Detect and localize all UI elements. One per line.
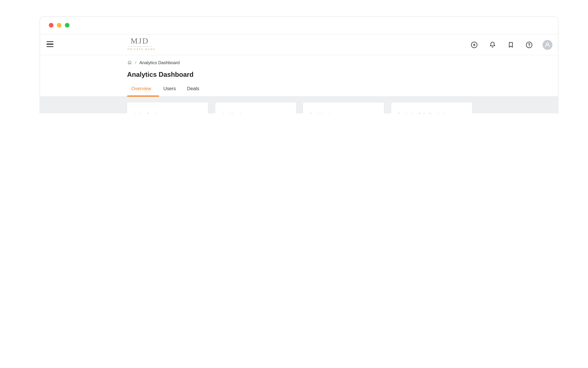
page-header: / Analytics Dashboard Analytics Dashboar… bbox=[40, 55, 558, 97]
logo-text: MJD bbox=[127, 36, 152, 47]
mjd-logo[interactable]: MJD PRIVATE BANK bbox=[127, 36, 152, 50]
stat-label: Deal Uptake bbox=[309, 112, 334, 113]
tab-overview[interactable]: Overview bbox=[131, 84, 151, 96]
maximize-window-button[interactable] bbox=[65, 23, 70, 28]
breadcrumb: / Analytics Dashboard bbox=[127, 60, 180, 65]
stat-card-active-deals[interactable]: Active Deals 15 Unseen Deals: 1 bbox=[127, 102, 208, 113]
help-icon[interactable] bbox=[524, 40, 534, 50]
breadcrumb-separator: / bbox=[135, 60, 136, 65]
breadcrumb-current: Analytics Dashboard bbox=[139, 60, 180, 65]
browser-window: MJD PRIVATE BANK bbox=[40, 17, 558, 113]
minimize-window-button[interactable] bbox=[57, 23, 61, 28]
tab-deals[interactable]: Deals bbox=[187, 84, 199, 96]
stat-card-deal-uptake[interactable]: Deal Uptake 0.53% Deals Funded: 0 bbox=[303, 102, 384, 113]
stat-label: Deals Not Fully Funded bbox=[398, 112, 444, 113]
avatar[interactable] bbox=[542, 40, 553, 50]
home-icon[interactable] bbox=[127, 60, 132, 65]
tab-bar: Overview Users Deals bbox=[40, 84, 558, 97]
tab-users[interactable]: Users bbox=[163, 84, 176, 96]
content-area: Active Deals 15 Unseen Deals: 1 Awaiting… bbox=[40, 97, 558, 113]
stat-label: Active Deals bbox=[134, 112, 158, 113]
stat-card-awaiting-approval[interactable]: Awaiting Approval 0 Current Draft Deals:… bbox=[215, 102, 296, 113]
screen: MJD PRIVATE BANK bbox=[0, 0, 588, 113]
bookmark-icon[interactable] bbox=[506, 40, 516, 50]
add-circle-icon[interactable] bbox=[469, 40, 479, 50]
menu-hamburger-icon[interactable] bbox=[47, 41, 53, 47]
page-title: Analytics Dashboard bbox=[127, 71, 193, 79]
stat-label: Awaiting Approval bbox=[222, 112, 257, 113]
active-tab-underline bbox=[127, 95, 159, 97]
stat-card-deals-not-fully-funded[interactable]: Deals Not Fully Funded 3 YTD Closed Deal… bbox=[391, 102, 472, 113]
top-navbar: MJD PRIVATE BANK bbox=[40, 34, 558, 55]
logo-subtext: PRIVATE BANK bbox=[127, 48, 152, 51]
bell-icon[interactable] bbox=[487, 40, 498, 50]
window-titlebar bbox=[40, 17, 558, 34]
close-window-button[interactable] bbox=[49, 23, 53, 28]
